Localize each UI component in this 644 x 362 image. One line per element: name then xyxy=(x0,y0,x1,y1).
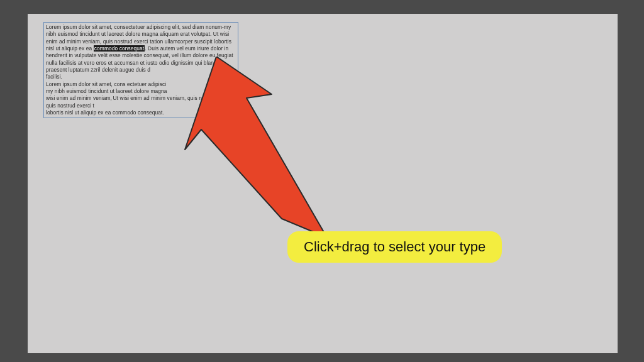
document-canvas: Lorem ipsum dolor sit amet, consectetuer… xyxy=(28,14,618,353)
instruction-callout: Click+drag to select your type xyxy=(287,231,502,263)
paragraph-1-tail2[interactable]: facilisi. xyxy=(46,74,62,80)
callout-text: Click+drag to select your type xyxy=(304,239,486,255)
paragraph-2-line1[interactable]: Lorem ipsum dolor sit amet, cons ectetue… xyxy=(46,81,166,87)
selected-text[interactable]: commodo consequat xyxy=(94,45,145,52)
paragraph-2-tail[interactable]: Ut wisi enim ad minim veniam, quis nostr… xyxy=(113,95,236,102)
paragraph-2-line3[interactable]: wisi enim ad minim veniam, quis nostrud … xyxy=(46,95,112,108)
paragraph-2-line2[interactable]: my nibh euismod tincidunt ut laoreet dol… xyxy=(46,88,167,94)
paragraph-3[interactable]: lobortis nisl ut aliquip ex ea commodo c… xyxy=(46,109,164,116)
text-frame[interactable]: Lorem ipsum dolor sit amet, consectetuer… xyxy=(43,22,238,118)
